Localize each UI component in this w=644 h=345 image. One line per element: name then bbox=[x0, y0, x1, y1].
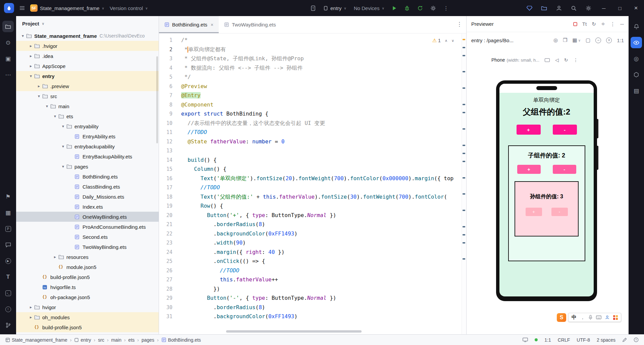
tree-item--hvigor[interactable]: ▸.hvigor bbox=[16, 41, 159, 51]
run-button[interactable] bbox=[392, 6, 397, 11]
line-number[interactable]: 27 bbox=[159, 275, 181, 285]
chevron-right-icon[interactable]: ▸ bbox=[28, 44, 34, 48]
preview-target-selector[interactable]: entry : /pages/Bo... bbox=[471, 38, 514, 43]
rotate-icon[interactable]: ↻ bbox=[564, 57, 568, 63]
inspection-widget[interactable]: ⚠ 1 ∧ ∨ bbox=[430, 37, 456, 44]
line-number[interactable]: 6 bbox=[159, 82, 181, 91]
multi-preview-icon[interactable]: ❐ bbox=[563, 37, 567, 43]
line-number[interactable]: 30 bbox=[159, 303, 181, 313]
problems-icon[interactable]: P bbox=[2, 223, 14, 234]
line-number[interactable]: 8 bbox=[159, 100, 181, 110]
tree-item-bothbinding-ets[interactable]: BothBinding.ets bbox=[16, 171, 159, 182]
close-tab-icon[interactable]: × bbox=[211, 22, 213, 27]
zoom-out-icon[interactable]: − bbox=[595, 38, 601, 43]
line-number[interactable]: 18 bbox=[159, 193, 181, 202]
fit-frame-icon[interactable]: ▢ bbox=[586, 37, 590, 43]
tree-item-build-profile-json5[interactable]: {}build-profile.json5 bbox=[16, 322, 159, 332]
minimize-button[interactable]: ─ bbox=[596, 0, 612, 16]
alerts-icon[interactable]: ! bbox=[2, 303, 14, 315]
editor-horizontal-scrollbar[interactable] bbox=[226, 330, 362, 333]
device-selector[interactable]: No Devices ∨ bbox=[354, 5, 384, 11]
tree-item-oh-modules[interactable]: ▸oh_modules bbox=[16, 312, 159, 322]
breadcrumb-item-entry[interactable]: entry bbox=[74, 337, 91, 343]
more-actions-icon[interactable]: ⋮ bbox=[443, 5, 449, 11]
chevron-right-icon[interactable]: ▸ bbox=[28, 315, 34, 320]
device-name[interactable]: Phone bbox=[491, 57, 505, 63]
child-minus-button[interactable]: - bbox=[553, 165, 576, 174]
microphone-icon[interactable] bbox=[589, 315, 592, 320]
breadcrumb-item-bothbinding-ets[interactable]: BothBinding.ets bbox=[161, 337, 201, 343]
run-tool-icon[interactable]: ▶ bbox=[2, 255, 14, 267]
tree-item-proandconsumebinding-ets[interactable]: ProAndConsumeBinding.ets bbox=[16, 222, 159, 232]
father-minus-button[interactable]: - bbox=[553, 125, 577, 135]
screen-icon[interactable] bbox=[545, 58, 550, 62]
line-number[interactable]: 10 bbox=[159, 119, 181, 128]
line-number[interactable]: 16 bbox=[159, 174, 181, 184]
chevron-right-icon[interactable]: ▸ bbox=[28, 305, 34, 309]
chevron-right-icon[interactable]: ▸ bbox=[28, 54, 34, 58]
project-structure-icon[interactable] bbox=[537, 6, 551, 11]
child-plus-button[interactable]: + bbox=[517, 165, 541, 174]
inspector-icon[interactable]: ◎ bbox=[631, 53, 642, 64]
breadcrumb-item-state-management-frame[interactable]: State_management_frame bbox=[5, 337, 67, 343]
indent-setting[interactable]: 2 spaces bbox=[597, 337, 615, 343]
grandchild-plus-button[interactable]: + bbox=[526, 208, 542, 216]
line-number[interactable]: 20 bbox=[159, 211, 181, 220]
project-panel-header[interactable]: Project ∨ bbox=[16, 16, 159, 31]
refresh-icon[interactable]: ↻ bbox=[592, 21, 596, 27]
version-control-menu[interactable]: Version control ∨ bbox=[110, 5, 148, 11]
notifications-bell-icon[interactable] bbox=[631, 21, 642, 32]
component-inspect-icon[interactable]: ◎ bbox=[553, 37, 558, 43]
ime-logo-icon[interactable]: S bbox=[557, 313, 566, 322]
tab-bothbinding[interactable]: BothBinding.ets × bbox=[159, 16, 219, 33]
plugin-hexagon-icon[interactable] bbox=[631, 69, 642, 80]
text-scale-icon[interactable]: Tt bbox=[582, 21, 587, 27]
line-number[interactable]: 3 bbox=[159, 54, 181, 64]
zoom-level[interactable]: 1:1 bbox=[617, 38, 624, 43]
chevron-right-icon[interactable]: ▸ bbox=[52, 255, 58, 259]
tab-twowaybinding[interactable]: TwoWayBinding.ets bbox=[219, 16, 281, 33]
tree-item--preview[interactable]: ▸.preview bbox=[16, 81, 159, 91]
stop-preview-icon[interactable] bbox=[573, 22, 577, 26]
tree-item-entry[interactable]: ▾entry bbox=[16, 71, 159, 81]
caret-position[interactable]: 1:1 bbox=[544, 337, 551, 343]
prev-problem-icon[interactable]: ∧ bbox=[445, 39, 447, 43]
profiler-button[interactable] bbox=[430, 5, 436, 11]
main-menu-icon[interactable] bbox=[19, 6, 25, 10]
tree-item-onewaybinding-ets[interactable]: OneWayBinding.ets bbox=[16, 212, 159, 222]
structure-icon[interactable]: ▣ bbox=[2, 53, 14, 64]
line-number[interactable]: 1 bbox=[159, 36, 181, 45]
more-options-icon[interactable]: ⋮ bbox=[610, 21, 615, 27]
tree-item-entryability[interactable]: ▾entryability bbox=[16, 121, 159, 131]
close-button[interactable]: × bbox=[628, 0, 644, 16]
line-number[interactable]: 17 bbox=[159, 183, 181, 193]
chevron-down-icon[interactable]: ▾ bbox=[52, 114, 58, 119]
line-number[interactable]: 13 bbox=[159, 146, 181, 156]
line-number[interactable]: 24 bbox=[159, 248, 181, 257]
tree-item-daily-missions-ets[interactable]: Daily_Missions.ets bbox=[16, 192, 159, 202]
tree-item-entrybackupability[interactable]: ▾entrybackupability bbox=[16, 141, 159, 151]
grandchild-minus-button[interactable]: - bbox=[551, 208, 568, 216]
line-number[interactable]: 12 bbox=[159, 137, 181, 147]
tree-item-classbinding-ets[interactable]: ClassBinding.ets bbox=[16, 182, 159, 192]
previewer-eye-icon[interactable] bbox=[631, 37, 642, 48]
screen-cast-icon[interactable] bbox=[523, 338, 528, 342]
terminal-icon[interactable]: >_ bbox=[2, 287, 14, 299]
zoom-in-icon[interactable]: + bbox=[606, 38, 612, 43]
tree-item-entryability-ets[interactable]: EntryAbility.ets bbox=[16, 131, 159, 141]
tree-item-entrybackupability-ets[interactable]: EntryBackupAbility.ets bbox=[16, 151, 159, 161]
chevron-down-icon[interactable]: ▾ bbox=[60, 144, 66, 149]
search-icon[interactable] bbox=[566, 5, 581, 11]
tree-item-twowaybinding-ets[interactable]: TwoWayBinding.ets bbox=[16, 242, 159, 252]
next-problem-icon[interactable]: ∨ bbox=[451, 39, 454, 43]
build-icon[interactable]: ▦ bbox=[2, 207, 14, 218]
tree-item-state-management-frame[interactable]: ▾State_management_frameC:\Users\hao\DevE… bbox=[16, 31, 159, 41]
line-number[interactable]: 11 bbox=[159, 128, 181, 137]
encoding[interactable]: UTF-8 bbox=[577, 337, 590, 343]
line-number[interactable]: 2 bbox=[159, 45, 181, 55]
edit-mode-icon[interactable] bbox=[622, 338, 627, 342]
chevron-right-icon[interactable]: ▸ bbox=[28, 64, 34, 68]
assistant-gem-icon[interactable] bbox=[522, 6, 537, 11]
project-folder-icon[interactable] bbox=[2, 21, 14, 32]
tree-item-module-json5[interactable]: {}module.json5 bbox=[16, 262, 159, 272]
